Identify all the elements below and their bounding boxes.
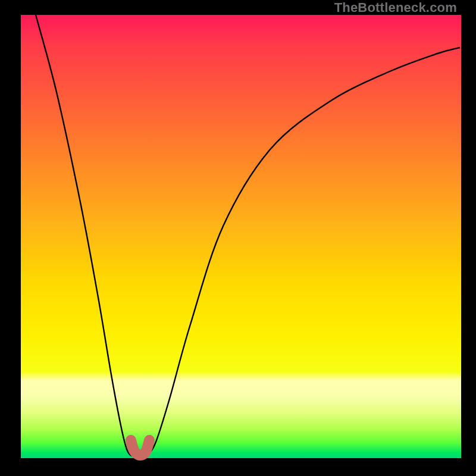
bottleneck-stub bbox=[131, 440, 149, 455]
right-curve bbox=[146, 48, 460, 453]
watermark-text: TheBottleneck.com bbox=[334, 0, 457, 15]
left-curve bbox=[36, 15, 136, 456]
curves-layer bbox=[21, 15, 461, 458]
